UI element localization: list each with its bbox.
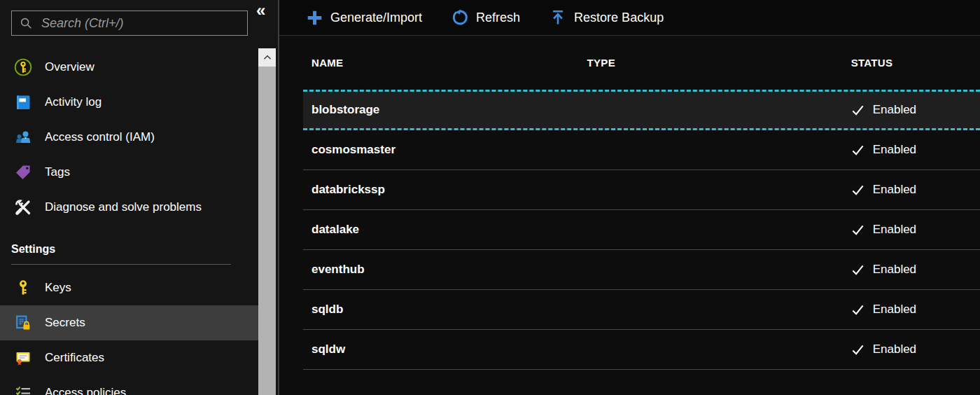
sidebar-item-label: Access control (IAM) [45,130,155,144]
sidebar-item-label: Diagnose and solve problems [45,200,202,214]
check-icon [851,183,864,197]
table-row[interactable]: databrickssp Enabled [303,170,980,210]
secret-status: Enabled [843,303,980,317]
search-icon [19,16,33,30]
restore-upload-icon [550,9,566,26]
check-icon [851,144,864,157]
secret-name: cosmosmaster [303,143,579,157]
command-toolbar: Generate/Import Refresh Restore Backup [279,0,980,36]
secret-status: Enabled [843,103,980,117]
certificate-icon [14,349,32,367]
people-icon [14,128,32,146]
status-label: Enabled [873,303,916,317]
sidebar-item-label: Overview [45,60,94,74]
secret-name: sqldb [303,303,579,317]
status-label: Enabled [873,143,916,157]
secret-name: blobstorage [303,103,579,117]
settings-divider [11,264,231,265]
tag-icon [14,163,32,181]
sidebar-scrollbar[interactable] [258,48,276,395]
check-icon [851,104,864,117]
secret-status: Enabled [843,143,980,157]
scrollbar-thumb[interactable] [258,67,276,395]
table-row[interactable]: sqldw Enabled [303,330,980,370]
search-input[interactable] [41,16,240,31]
table-row[interactable]: cosmosmaster Enabled [303,130,980,170]
scroll-up-button[interactable] [258,48,276,67]
sidebar-item-secrets[interactable]: Secrets [0,305,258,340]
secret-status: Enabled [843,223,980,237]
secret-status: Enabled [843,183,980,197]
sidebar-item-label: Keys [45,281,71,295]
table-row[interactable]: datalake Enabled [303,210,980,250]
sidebar-item-label: Access policies [45,386,126,395]
check-icon [851,303,864,317]
sidebar-search-box[interactable] [11,11,248,36]
status-label: Enabled [873,223,916,237]
sidebar-item-label: Tags [45,165,70,179]
status-label: Enabled [873,103,916,117]
sidebar-nav: Overview Activity log [0,50,258,395]
plus-icon [306,9,323,26]
sidebar-item-tags[interactable]: Tags [0,155,258,190]
status-label: Enabled [873,183,916,197]
check-icon [851,343,864,356]
sidebar-item-access-policies[interactable]: Access policies [0,375,258,395]
collapse-sidebar-icon[interactable]: « [256,1,265,20]
check-icon [851,263,864,277]
checklist-icon [14,384,32,395]
refresh-button[interactable]: Refresh [451,9,520,26]
column-header-name: NAME [303,57,579,69]
table-row[interactable]: eventhub Enabled [303,250,980,290]
sidebar-item-certificates[interactable]: Certificates [0,340,258,375]
secret-lock-icon [14,314,32,332]
secret-status: Enabled [843,263,980,277]
sidebar-item-access-control[interactable]: Access control (IAM) [0,120,258,155]
toolbar-button-label: Refresh [476,11,520,25]
secret-name: sqldw [303,342,579,356]
secret-status: Enabled [843,342,980,356]
sidebar-item-keys[interactable]: Keys [0,270,258,305]
secret-name: datalake [303,223,579,237]
column-header-type: TYPE [579,57,843,69]
refresh-icon [451,9,468,26]
generate-import-button[interactable]: Generate/Import [306,9,422,26]
sidebar-item-label: Secrets [45,316,85,330]
secret-name: eventhub [303,263,579,277]
key-circle-icon [14,58,32,76]
chevron-up-icon [261,51,274,64]
check-icon [851,223,864,237]
sidebar-item-overview[interactable]: Overview [0,50,258,85]
table-body: blobstorage Enabled cosmosmaster [303,90,980,370]
settings-section-header: Settings [0,240,258,258]
secrets-table: NAME TYPE STATUS blobstorage Enabled [303,36,980,370]
table-row[interactable]: blobstorage Enabled [303,90,980,130]
sidebar-item-label: Activity log [45,95,102,109]
main-panel: Generate/Import Refresh Restore Backup [278,0,980,395]
sidebar-item-diagnose[interactable]: Diagnose and solve problems [0,190,258,225]
status-label: Enabled [873,342,916,356]
secret-name: databrickssp [303,183,579,197]
restore-backup-button[interactable]: Restore Backup [550,9,664,26]
table-header-row: NAME TYPE STATUS [303,36,980,90]
table-row[interactable]: sqldb Enabled [303,290,980,330]
key-icon [14,279,32,297]
column-header-status: STATUS [843,57,980,69]
tools-icon [14,198,32,216]
sidebar-item-label: Certificates [45,351,104,365]
activity-log-icon [14,93,32,111]
sidebar-item-activity-log[interactable]: Activity log [0,85,258,120]
toolbar-button-label: Generate/Import [330,11,422,25]
status-label: Enabled [873,263,916,277]
toolbar-button-label: Restore Backup [574,11,664,25]
sidebar: « Overview [0,0,278,395]
